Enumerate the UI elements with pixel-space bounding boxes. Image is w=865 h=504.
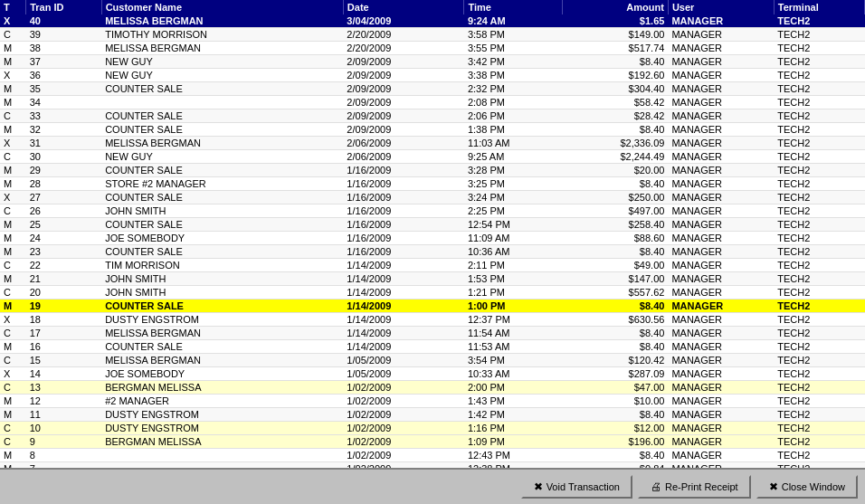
table-cell: 1/14/2009 bbox=[343, 340, 464, 354]
table-row[interactable]: X31MELISSA BERGMAN2/06/200911:03 AM$2,33… bbox=[0, 137, 865, 150]
reprint-receipt-button[interactable]: 🖨 Re-Print Receipt bbox=[638, 475, 751, 499]
table-row[interactable]: C13BERGMAN MELISSA1/02/20092:00 PM$47.00… bbox=[0, 381, 865, 395]
close-label: Close Window bbox=[782, 481, 845, 492]
table-cell: MANAGER bbox=[668, 177, 774, 191]
table-cell: $258.40 bbox=[562, 218, 668, 232]
table-cell: M bbox=[0, 164, 26, 177]
table-row[interactable]: M25COUNTER SALE1/16/200912:54 PM$258.40M… bbox=[0, 218, 865, 232]
table-row[interactable]: M19COUNTER SALE1/14/20091:00 PM$8.40MANA… bbox=[0, 300, 865, 313]
table-cell: TECH2 bbox=[774, 327, 864, 340]
table-cell: 1:21 PM bbox=[464, 286, 563, 300]
table-cell: TECH2 bbox=[774, 96, 864, 109]
table-cell: M bbox=[0, 340, 26, 354]
table-cell: 29 bbox=[26, 164, 101, 177]
transaction-table-container[interactable]: T Tran ID Customer Name Date Time Amount… bbox=[0, 0, 865, 468]
table-cell: COUNTER SALE bbox=[101, 164, 343, 177]
table-row[interactable]: C30NEW GUY2/06/20099:25 AM$2,244.49MANAG… bbox=[0, 150, 865, 164]
col-header-amount: Amount bbox=[562, 0, 668, 14]
table-row[interactable]: C10DUSTY ENGSTROM1/02/20091:16 PM$12.00M… bbox=[0, 422, 865, 435]
table-cell: M bbox=[0, 55, 26, 69]
table-row[interactable]: X36NEW GUY2/09/20093:38 PM$192.60MANAGER… bbox=[0, 69, 865, 82]
col-header-user: User bbox=[668, 0, 774, 14]
table-row[interactable]: M21JOHN SMITH1/14/20091:53 PM$147.00MANA… bbox=[0, 272, 865, 286]
table-cell: 2:25 PM bbox=[464, 204, 563, 218]
table-cell: 1/02/2009 bbox=[343, 449, 464, 462]
col-header-t: T bbox=[0, 0, 26, 14]
col-header-customer: Customer Name bbox=[101, 0, 343, 14]
table-cell: 3/04/2009 bbox=[343, 14, 464, 28]
table-row[interactable]: M28STORE #2 MANAGER1/16/20093:25 PM$8.40… bbox=[0, 177, 865, 191]
table-cell: 1:43 PM bbox=[464, 395, 563, 408]
table-row[interactable]: C33COUNTER SALE2/09/20092:06 PM$28.42MAN… bbox=[0, 109, 865, 123]
close-window-button[interactable]: ✖ Close Window bbox=[756, 475, 858, 499]
table-cell: TECH2 bbox=[774, 69, 864, 82]
table-cell: TECH2 bbox=[774, 14, 864, 28]
table-row[interactable]: M29COUNTER SALE1/16/20093:28 PM$20.00MAN… bbox=[0, 164, 865, 177]
table-cell: 2:32 PM bbox=[464, 82, 563, 96]
table-row[interactable]: M23COUNTER SALE1/16/200910:36 AM$8.40MAN… bbox=[0, 245, 865, 259]
table-row[interactable]: C9BERGMAN MELISSA1/02/20091:09 PM$196.00… bbox=[0, 435, 865, 449]
table-row[interactable]: X40MELISSA BERGMAN3/04/20099:24 AM$1.65M… bbox=[0, 14, 865, 28]
table-row[interactable]: C22TIM MORRISON1/14/20092:11 PM$49.00MAN… bbox=[0, 259, 865, 272]
table-cell: 1/02/2009 bbox=[343, 435, 464, 449]
table-cell: $517.74 bbox=[562, 42, 668, 55]
table-cell: MANAGER bbox=[668, 96, 774, 109]
table-row[interactable]: X27COUNTER SALE1/16/20093:24 PM$250.00MA… bbox=[0, 191, 865, 204]
table-cell: M bbox=[0, 408, 26, 422]
table-cell: $49.00 bbox=[562, 259, 668, 272]
table-cell: 23 bbox=[26, 245, 101, 259]
table-cell: JOHN SMITH bbox=[101, 204, 343, 218]
table-cell: 1/16/2009 bbox=[343, 164, 464, 177]
table-cell: JOE SOMEBODY bbox=[101, 367, 343, 381]
table-cell: 26 bbox=[26, 204, 101, 218]
table-cell: TECH2 bbox=[774, 300, 864, 313]
table-cell: MANAGER bbox=[668, 259, 774, 272]
table-row[interactable]: M12#2 MANAGER1/02/20091:43 PM$10.00MANAG… bbox=[0, 395, 865, 408]
table-row[interactable]: M81/02/200912:43 PM$8.40MANAGERTECH2 bbox=[0, 449, 865, 462]
table-cell: 3:42 PM bbox=[464, 55, 563, 69]
table-cell: COUNTER SALE bbox=[101, 218, 343, 232]
table-row[interactable]: M38MELISSA BERGMAN2/20/20093:55 PM$517.7… bbox=[0, 42, 865, 55]
table-cell: C bbox=[0, 259, 26, 272]
table-row[interactable]: M11DUSTY ENGSTROM1/02/20091:42 PM$8.40MA… bbox=[0, 408, 865, 422]
table-cell: 1:16 PM bbox=[464, 422, 563, 435]
table-row[interactable]: X14JOE SOMEBODY1/05/200910:33 AM$287.09M… bbox=[0, 367, 865, 381]
table-cell: TECH2 bbox=[774, 218, 864, 232]
table-cell: MANAGER bbox=[668, 395, 774, 408]
table-row[interactable]: C20JOHN SMITH1/14/20091:21 PM$557.62MANA… bbox=[0, 286, 865, 300]
table-cell: 1:00 PM bbox=[464, 300, 563, 313]
table-row[interactable]: C17MELISSA BERGMAN1/14/200911:54 AM$8.40… bbox=[0, 327, 865, 340]
table-cell: TIM MORRISON bbox=[101, 259, 343, 272]
table-cell: TECH2 bbox=[774, 123, 864, 137]
table-cell: M bbox=[0, 232, 26, 245]
table-row[interactable]: M32COUNTER SALE2/09/20091:38 PM$8.40MANA… bbox=[0, 123, 865, 137]
table-cell: 19 bbox=[26, 300, 101, 313]
table-cell: 9:24 AM bbox=[464, 14, 563, 28]
void-transaction-button[interactable]: ✖ Void Transaction bbox=[521, 475, 632, 499]
table-row[interactable]: M24JOE SOMEBODY1/16/200911:09 AM$88.60MA… bbox=[0, 232, 865, 245]
table-cell: X bbox=[0, 14, 26, 28]
table-row[interactable]: C26JOHN SMITH1/16/20092:25 PM$497.00MANA… bbox=[0, 204, 865, 218]
table-cell: TECH2 bbox=[774, 259, 864, 272]
table-cell: $28.42 bbox=[562, 109, 668, 123]
table-row[interactable]: X18DUSTY ENGSTROM1/14/200912:37 PM$630.5… bbox=[0, 313, 865, 327]
table-cell: TECH2 bbox=[774, 354, 864, 367]
col-header-time: Time bbox=[464, 0, 563, 14]
table-cell: $2,244.49 bbox=[562, 150, 668, 164]
table-row[interactable]: C15MELISSA BERGMAN1/05/20093:54 PM$120.4… bbox=[0, 354, 865, 367]
table-cell: 34 bbox=[26, 96, 101, 109]
table-row[interactable]: M35COUNTER SALE2/09/20092:32 PM$304.40MA… bbox=[0, 82, 865, 96]
table-row[interactable]: M16COUNTER SALE1/14/200911:53 AM$8.40MAN… bbox=[0, 340, 865, 354]
table-cell: X bbox=[0, 367, 26, 381]
table-row[interactable]: C39TIMOTHY MORRISON2/20/20093:58 PM$149.… bbox=[0, 28, 865, 42]
table-cell: MELISSA BERGMAN bbox=[101, 14, 343, 28]
main-window: T Tran ID Customer Name Date Time Amount… bbox=[0, 0, 865, 504]
table-cell: 40 bbox=[26, 14, 101, 28]
table-row[interactable]: M37NEW GUY2/09/20093:42 PM$8.40MANAGERTE… bbox=[0, 55, 865, 69]
table-cell: 1/16/2009 bbox=[343, 218, 464, 232]
table-cell: TECH2 bbox=[774, 367, 864, 381]
table-cell: $8.40 bbox=[562, 55, 668, 69]
reprint-label: Re-Print Receipt bbox=[665, 481, 738, 492]
table-row[interactable]: M342/09/20092:08 PM$58.42MANAGERTECH2 bbox=[0, 96, 865, 109]
table-cell: 1/14/2009 bbox=[343, 286, 464, 300]
